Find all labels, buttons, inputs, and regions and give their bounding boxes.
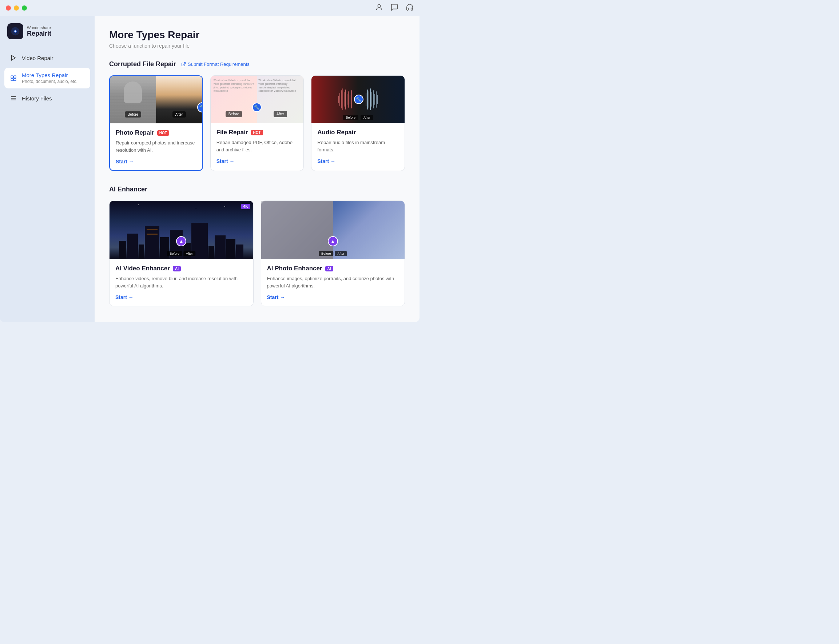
ai-video-overlay-icon: ▲ [176, 236, 186, 246]
svg-rect-6 [11, 78, 13, 80]
logo-area: Wondershare Repairit [4, 22, 90, 41]
audio-repair-start[interactable]: Start → [317, 158, 399, 164]
minimize-button[interactable] [14, 5, 19, 11]
sidebar-item-label-history: History Files [22, 95, 52, 102]
photo-repair-card[interactable]: Before After 🔧 Photo Repair HOT [109, 75, 203, 171]
section-header-ai: AI Enhancer [109, 186, 405, 193]
ai-photo-overlay-icon: ▲ [328, 236, 338, 246]
submit-format-label: Submit Format Requirements [188, 61, 250, 67]
sidebar-item-video-repair[interactable]: Video Repair [4, 49, 90, 66]
ai-photo-before-label: Before [319, 251, 333, 256]
photo-repair-badge: HOT [157, 130, 169, 136]
ai-photo-desc: Enhance images, optimize portraits, and … [267, 275, 399, 289]
photo-after-label: After [172, 111, 186, 118]
app-body: Wondershare Repairit Video Repair [0, 16, 419, 322]
file-repair-badge: HOT [251, 130, 263, 135]
svg-point-2 [15, 31, 16, 32]
photo-repair-start[interactable]: Start → [116, 159, 197, 164]
sidebar-item-label-more-types: More Types Repair [22, 72, 77, 78]
page-subtitle: Choose a function to repair your file [109, 43, 405, 49]
sidebar-item-label-video-repair: Video Repair [22, 55, 53, 61]
photo-repair-title: Photo Repair [116, 129, 154, 136]
titlebar [0, 0, 419, 16]
ai-video-start[interactable]: Start → [115, 294, 247, 300]
svg-marker-3 [11, 55, 16, 61]
ai-photo-after-label: After [335, 251, 347, 256]
photo-repair-image: Before After 🔧 [110, 76, 202, 123]
submit-format-link[interactable]: Submit Format Requirements [181, 61, 250, 67]
more-types-repair-icon [10, 74, 18, 82]
audio-repair-overlay-icon: 🔧 [354, 95, 363, 104]
brand-name: Wondershare [27, 25, 51, 30]
audio-repair-card[interactable]: 🔧 Before A [311, 75, 405, 171]
audio-repair-image: 🔧 Before A [312, 76, 405, 123]
close-button[interactable] [6, 5, 11, 11]
audio-repair-desc: Repair audio files in mainstream formats… [317, 139, 399, 153]
product-name: Repairit [27, 30, 51, 38]
file-repair-title: File Repair [217, 129, 248, 136]
ai-video-badge: AI [173, 266, 181, 271]
ai-cards-grid: 4K ▲ Before After AI Video Enhancer AI [109, 200, 405, 306]
file-repair-overlay-icon: 🔧 [252, 103, 262, 112]
sidebar-item-subtitle-more-types: Photo, document, audio, etc. [22, 79, 77, 84]
ai-video-after-label: After [183, 251, 195, 256]
svg-line-11 [183, 62, 185, 65]
headphones-icon[interactable] [406, 3, 414, 13]
svg-rect-4 [11, 76, 13, 78]
person-icon[interactable] [375, 3, 383, 13]
audio-repair-title: Audio Repair [317, 129, 356, 136]
section-header-corrupted: Corrupted File Repair Submit Format Requ… [109, 61, 405, 68]
ai-video-enhancer-card[interactable]: 4K ▲ Before After AI Video Enhancer AI [109, 200, 254, 306]
page-title: More Types Repair [109, 29, 405, 41]
logo-text: Wondershare Repairit [27, 25, 51, 38]
ai-video-desc: Enhance videos, remove blur, and increas… [115, 275, 247, 289]
svg-rect-7 [14, 78, 16, 80]
sidebar-item-more-types-repair[interactable]: More Types Repair Photo, document, audio… [4, 68, 90, 89]
video-repair-icon [10, 54, 18, 62]
ai-photo-title: AI Photo Enhancer [267, 265, 322, 272]
photo-repair-desc: Repair corrupted photos and increase res… [116, 140, 197, 154]
sidebar: Wondershare Repairit Video Repair [0, 16, 95, 322]
ai-video-image: 4K ▲ Before After [110, 201, 253, 259]
app-logo-icon [7, 23, 23, 39]
ai-photo-enhancer-card[interactable]: ▲ Before After AI Photo Enhancer AI Enha… [261, 200, 405, 306]
chat-icon[interactable] [391, 3, 398, 13]
ai-video-before-label: Before [167, 251, 182, 256]
4k-badge: 4K [241, 204, 250, 209]
ai-photo-image: ▲ Before After [261, 201, 405, 259]
audio-before-label: Before [343, 115, 358, 120]
sidebar-item-history-files[interactable]: History Files [4, 90, 90, 107]
maximize-button[interactable] [22, 5, 27, 11]
corrupted-cards-grid: Before After 🔧 Photo Repair HOT [109, 75, 405, 171]
ai-photo-start[interactable]: Start → [267, 294, 399, 300]
section-title-corrupted: Corrupted File Repair [109, 61, 176, 68]
svg-point-0 [378, 4, 380, 7]
history-files-icon [10, 94, 18, 102]
file-repair-desc: Repair damaged PDF, Office, Adobe and ar… [217, 139, 298, 153]
file-repair-card[interactable]: Wondershare Virbo is a powerful AI video… [210, 75, 304, 171]
audio-after-label: After [361, 115, 373, 120]
traffic-lights [6, 5, 27, 11]
file-after-label: After [274, 111, 287, 117]
ai-video-title: AI Video Enhancer [115, 265, 170, 272]
file-before-label: Before [226, 111, 242, 117]
file-repair-image: Wondershare Virbo is a powerful AI video… [211, 76, 304, 123]
svg-rect-5 [14, 76, 16, 78]
section-title-ai: AI Enhancer [109, 186, 147, 193]
titlebar-actions [375, 3, 414, 13]
file-repair-start[interactable]: Start → [217, 158, 298, 164]
main-content: More Types Repair Choose a function to r… [95, 16, 419, 322]
ai-photo-badge: AI [325, 266, 333, 271]
